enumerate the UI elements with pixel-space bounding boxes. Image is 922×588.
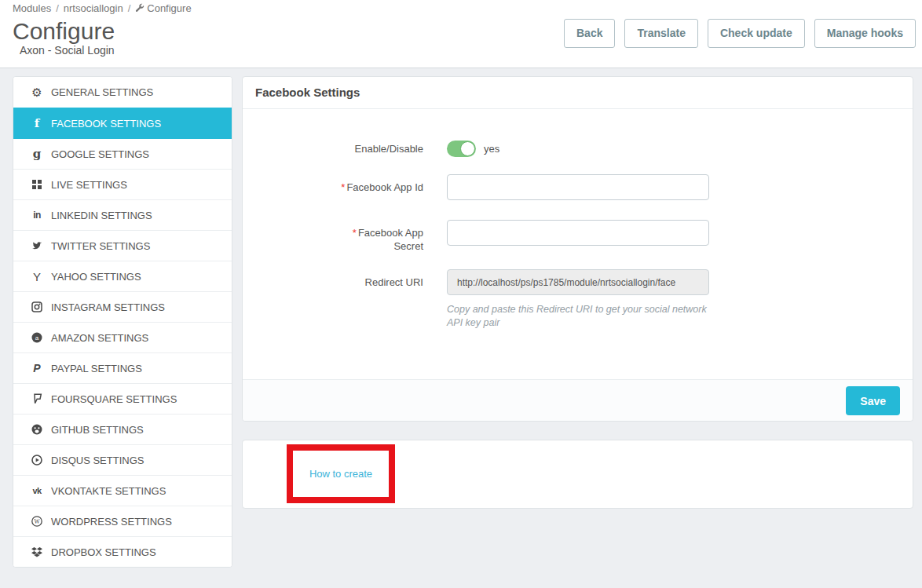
- sidebar-item-label: FACEBOOK SETTINGS: [51, 118, 161, 130]
- how-to-create-panel: How to create: [242, 440, 913, 509]
- facebook-icon: f: [30, 116, 44, 130]
- sidebar-item-label: DISQUS SETTINGS: [51, 455, 144, 466]
- sidebar-item-foursquare-settings[interactable]: FOURSQUARE SETTINGS: [13, 383, 232, 414]
- app-secret-label: *Facebook App Secret: [243, 220, 447, 253]
- annotation-red-box: How to create: [287, 444, 395, 503]
- redirect-uri-row: Redirect URI Copy and paste this Redirec…: [243, 269, 881, 330]
- sidebar-item-linkedin-settings[interactable]: inLINKEDIN SETTINGS: [13, 199, 232, 230]
- instagram-icon: [30, 301, 44, 312]
- wordpress-icon: W: [30, 516, 44, 527]
- app-id-row: *Facebook App Id: [243, 174, 881, 200]
- disqus-icon: [30, 455, 44, 466]
- sidebar-item-label: VKONTAKTE SETTINGS: [51, 485, 166, 497]
- header-actions: BackTranslateCheck updateManage hooks: [564, 19, 916, 48]
- sidebar-item-label: DROPBOX SETTINGS: [51, 546, 156, 558]
- sidebar-item-label: GOOGLE SETTINGS: [51, 148, 149, 160]
- dropbox-icon: [30, 547, 44, 557]
- sidebar-item-label: GENERAL SETTINGS: [51, 86, 153, 98]
- sidebar-item-instagram-settings[interactable]: INSTAGRAM SETTINGS: [13, 291, 232, 322]
- sidebar-item-label: TWITTER SETTINGS: [51, 240, 150, 252]
- sidebar-item-label: LIVE SETTINGS: [51, 179, 127, 191]
- sidebar-item-paypal-settings[interactable]: PPAYPAL SETTINGS: [13, 352, 232, 383]
- main-content: Facebook Settings Enable/Disable yes *Fa…: [242, 76, 913, 509]
- sidebar-item-label: AMAZON SETTINGS: [51, 332, 148, 344]
- breadcrumb-modules-link[interactable]: Modules: [13, 2, 51, 14]
- facebook-app-secret-input[interactable]: [447, 220, 709, 246]
- sidebar-item-label: LINKEDIN SETTINGS: [51, 210, 152, 221]
- breadcrumb-module-link[interactable]: nrtsociallogin: [64, 2, 123, 14]
- amazon-icon: a: [30, 332, 44, 343]
- paypal-icon: P: [30, 362, 44, 374]
- configure-page: Modules/nrtsociallogin/Configure Configu…: [0, 0, 922, 588]
- how-to-create-link[interactable]: How to create: [309, 468, 372, 480]
- sidebar-item-label: PAYPAL SETTINGS: [51, 363, 142, 374]
- toggle-knob: [460, 141, 475, 156]
- windows-icon: [30, 180, 44, 189]
- sidebar-item-label: INSTAGRAM SETTINGS: [51, 301, 165, 313]
- panel-title: Facebook Settings: [243, 77, 913, 109]
- svg-text:a: a: [35, 334, 39, 341]
- settings-nav: ⚙GENERAL SETTINGSfFACEBOOK SETTINGSgGOOG…: [13, 76, 232, 568]
- page-header: Modules/nrtsociallogin/Configure Configu…: [0, 0, 922, 68]
- sidebar-item-dropbox-settings[interactable]: DROPBOX SETTINGS: [13, 536, 232, 567]
- sidebar-item-general-settings[interactable]: ⚙GENERAL SETTINGS: [13, 77, 232, 108]
- wrench-icon: [135, 3, 145, 15]
- sidebar-item-vkontakte-settings[interactable]: vkVKONTAKTE SETTINGS: [13, 475, 232, 506]
- sidebar-item-live-settings[interactable]: LIVE SETTINGS: [13, 169, 232, 199]
- facebook-settings-panel: Facebook Settings Enable/Disable yes *Fa…: [242, 76, 913, 422]
- sidebar-item-github-settings[interactable]: GITHUB SETTINGS: [13, 414, 232, 444]
- linkedin-icon: in: [30, 210, 44, 221]
- google-icon: g: [30, 147, 44, 161]
- svg-text:W: W: [34, 518, 40, 525]
- redirect-uri-label: Redirect URI: [243, 269, 447, 289]
- toggle-state-label: yes: [484, 143, 499, 155]
- gears-icon: ⚙: [30, 86, 44, 98]
- facebook-settings-form: Enable/Disable yes *Facebook App Id *Fac…: [243, 109, 913, 379]
- breadcrumb-separator: /: [128, 2, 131, 14]
- sidebar-item-twitter-settings[interactable]: TWITTER SETTINGS: [13, 230, 232, 261]
- sidebar-item-yahoo-settings[interactable]: YYAHOO SETTINGS: [13, 261, 232, 291]
- required-asterisk: *: [353, 227, 357, 239]
- facebook-app-id-input[interactable]: [447, 174, 709, 200]
- sidebar-item-disqus-settings[interactable]: DISQUS SETTINGS: [13, 444, 232, 475]
- manage-hooks-button[interactable]: Manage hooks: [814, 19, 916, 48]
- panel-footer: Save: [243, 379, 913, 421]
- breadcrumb-current: Configure: [135, 2, 191, 14]
- sidebar-item-google-settings[interactable]: gGOOGLE SETTINGS: [13, 138, 232, 169]
- enable-disable-row: Enable/Disable yes: [243, 141, 881, 157]
- vkontakte-icon: vk: [30, 486, 44, 495]
- enable-toggle[interactable]: [447, 141, 476, 157]
- sidebar-item-label: WORDPRESS SETTINGS: [51, 516, 172, 528]
- sidebar-item-wordpress-settings[interactable]: WWORDPRESS SETTINGS: [13, 506, 232, 536]
- redirect-uri-input[interactable]: [447, 269, 709, 295]
- sidebar-item-label: FOURSQUARE SETTINGS: [51, 393, 177, 405]
- sidebar-item-amazon-settings[interactable]: aAMAZON SETTINGS: [13, 322, 232, 352]
- enable-disable-label: Enable/Disable: [243, 142, 447, 155]
- app-id-label: *Facebook App Id: [243, 174, 447, 194]
- breadcrumb-separator: /: [56, 2, 59, 14]
- breadcrumb: Modules/nrtsociallogin/Configure: [13, 2, 909, 16]
- sidebar-item-facebook-settings[interactable]: fFACEBOOK SETTINGS: [13, 108, 232, 138]
- required-asterisk: *: [341, 181, 345, 193]
- app-secret-row: *Facebook App Secret: [243, 220, 881, 253]
- check-update-button[interactable]: Check update: [708, 19, 805, 48]
- save-button[interactable]: Save: [846, 386, 900, 415]
- github-icon: [30, 424, 44, 435]
- sidebar-item-label: YAHOO SETTINGS: [51, 271, 141, 283]
- twitter-icon: [30, 240, 44, 251]
- back-button[interactable]: Back: [564, 19, 615, 48]
- translate-button[interactable]: Translate: [624, 19, 697, 48]
- foursquare-icon: [30, 393, 44, 404]
- sidebar-item-label: GITHUB SETTINGS: [51, 424, 144, 436]
- redirect-uri-help: Copy and paste this Redirect URI to get …: [447, 303, 718, 330]
- yahoo-icon: Y: [30, 270, 44, 283]
